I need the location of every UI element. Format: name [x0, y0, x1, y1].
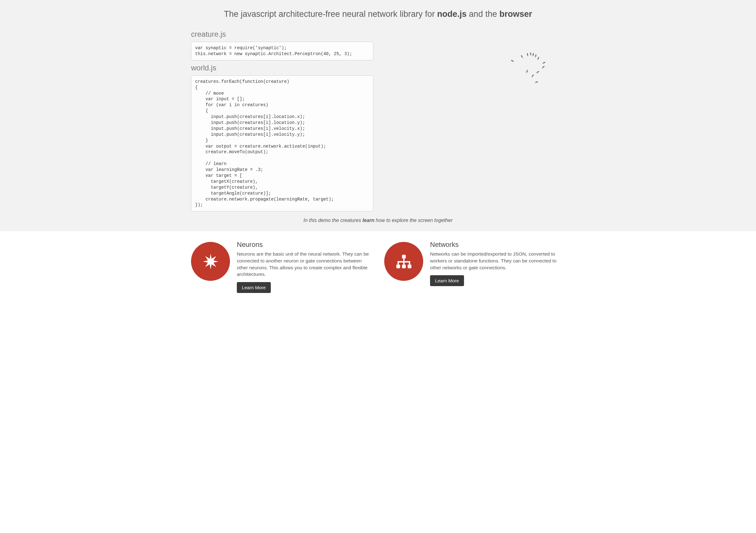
svg-rect-6: [397, 261, 398, 265]
svg-rect-0: [402, 255, 405, 258]
asterisk-icon: [191, 242, 230, 281]
demo-caption-bold: learn: [363, 217, 374, 223]
tagline-pre: The javascript architecture-free neural …: [224, 9, 437, 19]
learn-more-networks-button[interactable]: Learn More: [430, 275, 464, 286]
feature-neurons: Neurons Neurons are the basic unit of th…: [191, 241, 372, 293]
tagline-bold-browser: browser: [499, 9, 532, 19]
sitemap-icon: [384, 242, 423, 281]
svg-rect-7: [403, 261, 404, 265]
svg-rect-1: [396, 265, 400, 268]
tagline: The javascript architecture-free neural …: [191, 9, 565, 19]
feature-title-neurons: Neurons: [237, 241, 372, 249]
tagline-bold-nodejs: node.js: [437, 9, 467, 19]
feature-title-networks: Networks: [430, 241, 565, 249]
tagline-mid: and the: [467, 9, 499, 19]
demo-canvas: [383, 27, 565, 183]
code-block-world: creatures.forEach(function(creature) { /…: [191, 75, 373, 212]
svg-rect-2: [402, 265, 405, 268]
feature-networks: Networks Networks can be imported/export…: [384, 241, 565, 293]
feature-desc-networks: Networks can be imported/exported to JSO…: [430, 251, 565, 271]
demo-caption-pre: In this demo the creatures: [304, 217, 363, 223]
demo-caption: In this demo the creatures learn how to …: [191, 217, 565, 225]
demo-caption-post: how to explore the screen together: [374, 217, 452, 223]
code-block-creature: var synaptic = require('synaptic'); this…: [191, 42, 373, 61]
feature-desc-neurons: Neurons are the basic unit of the neural…: [237, 251, 372, 278]
code-label-creature: creature.js: [191, 30, 373, 38]
code-label-world: world.js: [191, 63, 373, 72]
creatures-swarm: [503, 52, 553, 101]
learn-more-neurons-button[interactable]: Learn More: [237, 282, 271, 293]
svg-rect-8: [409, 261, 410, 265]
svg-rect-4: [403, 258, 404, 262]
svg-rect-3: [408, 265, 411, 268]
